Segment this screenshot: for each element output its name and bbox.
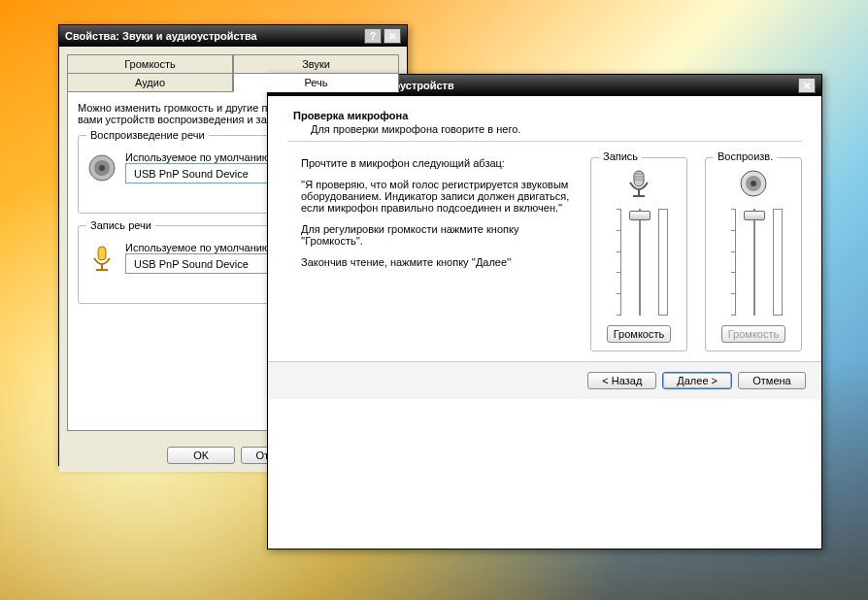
audio-wizard-window: Мастер проверки аудиоустройств ✕ Проверк…: [267, 74, 822, 550]
slider-thumb[interactable]: [629, 211, 651, 220]
playback-legend: Воспроизв.: [714, 150, 777, 162]
sample-paragraph: ''Я проверяю, что мой голос регистрирует…: [301, 179, 573, 214]
tab-sounds[interactable]: Звуки: [233, 54, 399, 74]
slider-thumb[interactable]: [744, 211, 765, 220]
speaker-icon: [738, 168, 769, 199]
playback-legend: Воспроизведение речи: [86, 129, 209, 141]
record-legend: Запись речи: [86, 219, 155, 231]
tab-audio[interactable]: Аудио: [67, 73, 233, 92]
next-button[interactable]: Далее >: [662, 372, 732, 389]
wizard-heading: Проверка микрофона: [287, 110, 802, 121]
recording-meter-group: Запись Громкость: [590, 157, 687, 351]
close-button[interactable]: ✕: [798, 78, 816, 93]
instruction-label: Прочтите в микрофон следующий абзац:: [301, 157, 573, 169]
record-volume-button[interactable]: Громкость: [607, 325, 671, 343]
svg-rect-3: [98, 247, 106, 260]
divider: [287, 141, 802, 142]
wizard-subheading: Для проверки микрофона говорите в него.: [287, 123, 802, 135]
volume-hint: Для регулировки громкости нажмите кнопку…: [301, 223, 573, 247]
playback-volume-slider[interactable]: [746, 209, 763, 316]
svg-rect-6: [634, 171, 644, 186]
record-level-meter: [658, 209, 668, 316]
close-button[interactable]: ✕: [384, 28, 401, 44]
scale-ticks: [610, 209, 621, 316]
scale-ticks: [724, 209, 736, 316]
playback-volume-button: Громкость: [721, 325, 785, 343]
playback-meter-group: Воспроизв. Громкость: [705, 157, 802, 351]
tabs-row-2: Аудио Речь: [67, 73, 399, 91]
wizard-header: Проверка микрофона Для проверки микрофон…: [287, 110, 802, 135]
microphone-icon: [623, 168, 654, 199]
ok-button[interactable]: OK: [167, 447, 235, 464]
back-button[interactable]: < Назад: [587, 372, 656, 389]
help-button[interactable]: ?: [364, 28, 382, 44]
record-volume-slider[interactable]: [631, 209, 649, 316]
cancel-button[interactable]: Отмена: [738, 372, 806, 389]
tab-volume[interactable]: Громкость: [67, 54, 233, 74]
speaker-icon: [86, 152, 117, 183]
wizard-footer: < Назад Далее > Отмена: [268, 361, 821, 399]
playback-level-meter: [773, 209, 783, 316]
microphone-icon: [86, 243, 117, 274]
tabs-row-1: Громкость Звуки: [67, 54, 399, 73]
tab-speech[interactable]: Речь: [233, 73, 399, 92]
recording-legend: Запись: [599, 150, 642, 162]
svg-point-2: [99, 165, 105, 171]
titlebar[interactable]: Свойства: Звуки и аудиоустройства ? ✕: [59, 25, 407, 47]
svg-point-14: [751, 181, 756, 186]
wizard-instructions: Прочтите в микрофон следующий абзац: ''Я…: [287, 157, 573, 351]
next-hint: Закончив чтение, нажмите кнопку ''Далее'…: [301, 256, 573, 268]
window-title: Свойства: Звуки и аудиоустройства: [65, 30, 257, 42]
